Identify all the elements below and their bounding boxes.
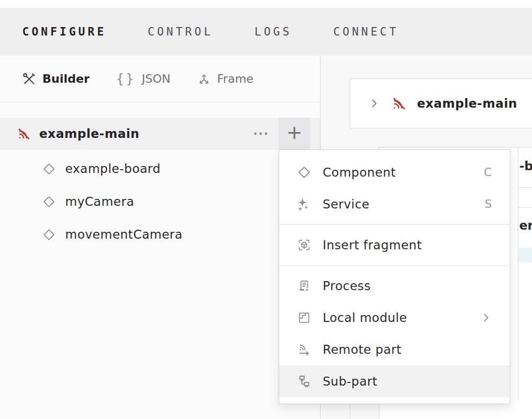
tab-configure[interactable]: CONFIGURE: [22, 25, 107, 38]
view-mode-bar: Builder {} JSON Frame: [0, 56, 320, 102]
divider: [518, 207, 532, 208]
menu-divider: [279, 224, 510, 225]
menu-item-service[interactable]: Service S: [279, 188, 510, 220]
menu-item-label: Insert fragment: [323, 238, 422, 252]
tree-item-label: example-board: [65, 162, 161, 176]
tab-connect[interactable]: CONNECT: [333, 25, 399, 38]
mode-builder[interactable]: Builder: [22, 72, 90, 86]
tree-item-label: movementCamera: [65, 228, 183, 241]
remote-part-icon: [297, 343, 311, 356]
occluded-card-border: [350, 404, 350, 419]
component-diamond-icon: [42, 162, 56, 176]
submenu-chevron-icon: [480, 312, 492, 324]
menu-shortcut: C: [484, 166, 492, 179]
sub-part-icon: [297, 374, 311, 388]
tools-icon: [22, 72, 36, 86]
tab-control[interactable]: CONTROL: [148, 25, 214, 38]
mode-builder-label: Builder: [42, 72, 90, 85]
more-options-button[interactable]: [250, 123, 271, 144]
menu-shortcut: S: [485, 198, 492, 211]
occluded-text-fragment: era: [519, 219, 532, 232]
menu-item-insert-fragment[interactable]: Insert fragment: [279, 229, 510, 261]
component-diamond-icon: [42, 228, 56, 241]
machine-offline-icon: [392, 96, 406, 111]
mode-json-label: JSON: [142, 72, 171, 85]
menu-item-label: Remote part: [323, 343, 402, 356]
chevron-right-icon[interactable]: [368, 98, 380, 109]
part-header-card[interactable]: example-main: [350, 78, 532, 128]
insert-fragment-icon: [297, 238, 311, 252]
mode-frame[interactable]: Frame: [197, 72, 254, 86]
menu-item-remote-part[interactable]: Remote part: [279, 334, 510, 365]
component-diamond-icon: [297, 165, 311, 179]
tree-item-example-board[interactable]: example-board: [0, 152, 320, 185]
tree-root-row[interactable]: example-main +: [0, 118, 320, 150]
menu-divider: [279, 265, 510, 266]
top-nav: CONFIGURE CONTROL LOGS CONNECT: [0, 8, 532, 56]
divider: [518, 187, 532, 188]
process-icon: [297, 279, 311, 293]
part-header-title: example-main: [417, 97, 517, 110]
braces-icon: {}: [116, 72, 136, 86]
menu-item-sub-part[interactable]: Sub-part: [279, 365, 510, 397]
ellipsis-icon: [253, 131, 269, 136]
menu-item-process[interactable]: Process: [279, 270, 510, 302]
tree-root-label: example-main: [39, 127, 139, 141]
tab-logs[interactable]: LOGS: [254, 25, 292, 38]
menu-item-label: Sub-part: [323, 374, 377, 388]
local-module-icon: [297, 311, 311, 325]
top-white-strip: [0, 0, 532, 8]
mode-frame-label: Frame: [217, 72, 254, 85]
machine-offline-icon: [17, 127, 31, 141]
menu-item-component[interactable]: Component C: [279, 156, 510, 188]
service-sparkles-icon: [297, 197, 311, 211]
add-resource-menu: Component C Service S: [279, 150, 510, 404]
frame-axes-icon: [197, 72, 211, 86]
selected-row-highlight: [519, 248, 532, 262]
tree-item-mycamera[interactable]: myCamera: [0, 185, 320, 218]
occluded-text-fragment: -bo: [519, 159, 532, 173]
app-window: CONFIGURE CONTROL LOGS CONNECT Builder {…: [0, 0, 532, 419]
component-diamond-icon: [42, 195, 56, 208]
resource-card-right-column: -bo era: [518, 147, 532, 400]
menu-item-label: Local module: [323, 311, 407, 325]
tree-item-movementcamera[interactable]: movementCamera: [0, 218, 320, 251]
config-left-panel: Builder {} JSON Frame: [0, 56, 321, 419]
menu-item-label: Service: [323, 197, 370, 211]
menu-item-label: Component: [323, 165, 396, 179]
tree-children: example-board myCamera movementCamera: [0, 152, 320, 251]
menu-item-local-module[interactable]: Local module: [279, 302, 510, 334]
add-resource-button[interactable]: +: [279, 118, 310, 150]
plus-icon: +: [286, 123, 302, 142]
tree-item-label: myCamera: [65, 195, 134, 208]
menu-item-label: Process: [323, 279, 371, 293]
mode-json[interactable]: {} JSON: [116, 72, 171, 86]
